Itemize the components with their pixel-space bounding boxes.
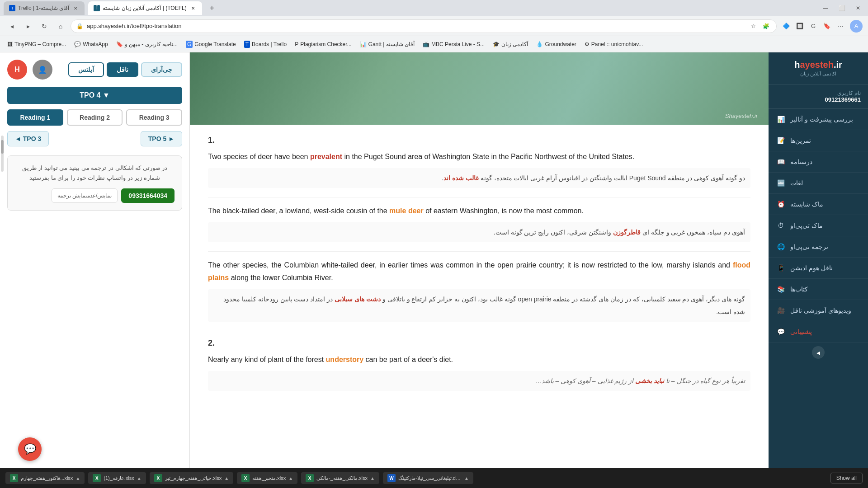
toggle-translation-button[interactable]: نمایش/عدمنمایش ترجمه — [52, 188, 118, 203]
para-1-english: Two species of deer have been prevalent … — [208, 150, 750, 164]
exercises-icon: 📝 — [776, 136, 786, 145]
collapse-sidebar-button[interactable]: ◂ — [812, 346, 825, 359]
tab-trello-label: Trello | آقای شایسته-1 — [18, 5, 69, 11]
menu-progress[interactable]: بررسی پیشرفت و آنالیز 📊 — [769, 109, 868, 130]
bookmark-mbc[interactable]: 📺 MBC Persia Live - S... — [419, 39, 488, 49]
bookmark-whatsapp[interactable]: 💬 WhatsApp — [71, 39, 111, 49]
minimize-button[interactable]: — — [819, 2, 832, 14]
maximize-button[interactable]: ⬜ — [835, 2, 848, 14]
phone-button[interactable]: 09331664034 — [121, 188, 175, 203]
videos-icon: 🎥 — [776, 305, 786, 315]
new-tab-button[interactable]: + — [206, 2, 218, 14]
home-logo-button[interactable]: H — [7, 60, 27, 80]
menu-vocabulary[interactable]: لغات 🔤 — [769, 173, 868, 194]
menu-videos-label: ویدیوهای آموزشی ناقل — [790, 307, 851, 314]
menu-lessons[interactable]: درسنامه 📖 — [769, 151, 868, 173]
forward-button[interactable]: ▸ — [22, 20, 34, 33]
home-button[interactable]: ⌂ — [54, 20, 67, 33]
support-icon: 💬 — [776, 327, 786, 337]
tpo-selector[interactable]: TPO 4 ▼ — [7, 87, 182, 104]
reading-tab-3-label: Reading 3 — [139, 114, 170, 121]
extensions-icon[interactable]: 🧩 — [761, 21, 771, 31]
para-2-english: Nearly any kind of plant of the forest u… — [208, 353, 750, 366]
sidebar-logo: hayesteh.ir اکادمی آنلاین زبان — [769, 52, 868, 84]
menu-translation[interactable]: ترجمه تی‌پی‌او 🌐 — [769, 236, 868, 258]
file-arrow-1: ▲ — [75, 476, 80, 481]
address-bar-icons: ☆ 🧩 — [748, 21, 771, 31]
jaiazi-button[interactable]: جی‌آرای — [141, 62, 182, 77]
para-1b-farsi: آهوی دم سیاه، همخون غربی و جلگه ای قاطرگ… — [208, 222, 750, 242]
next-tpo-button[interactable]: TPO 5 ► — [141, 131, 182, 146]
taskbar-file-5[interactable]: X مالکی_هفته_-مالکی.xlsx ▲ — [301, 472, 379, 484]
menu-support-label: پشتیبانی — [790, 328, 812, 335]
bookmark-groundwater[interactable]: 💧 Groundwater — [533, 39, 580, 49]
aylts-button[interactable]: آیلتس — [68, 62, 104, 77]
scroll-thumb[interactable] — [1, 140, 4, 154]
refresh-button[interactable]: ↻ — [38, 20, 51, 33]
bookmark-google-translate-icon: G — [186, 41, 193, 48]
taskbar-file-2[interactable]: X عارفه_(1).xlsx ▲ — [88, 472, 146, 484]
bookmark-trello-icon: T — [244, 41, 250, 48]
bookmark-trello[interactable]: T Boards | Trello — [241, 39, 291, 50]
taskbar-file-4[interactable]: X متحبر_هفته.xlsx ▲ — [237, 472, 297, 484]
file-name-3: حیاتی_هفته_چهارم_تیر.xlsx — [165, 475, 222, 481]
books-icon: 📚 — [776, 284, 786, 294]
ext-icon-3[interactable]: G — [807, 20, 819, 32]
menu-support[interactable]: پشتیبانی 💬 — [769, 321, 868, 343]
bookmark-gantt[interactable]: 📊 Gantt | آقای شایسته — [356, 39, 418, 49]
file-arrow-3: ▲ — [224, 476, 229, 481]
menu-lessons-label: درسنامه — [790, 158, 812, 165]
feedback-actions: 09331664034 نمایش/عدمنمایش ترجمه — [15, 188, 175, 203]
ext-icon-5[interactable]: ⋯ — [835, 20, 846, 32]
tab-shayesteh-label: آکادمی آنلاین زبان شایسته | (TOEFL) — [103, 5, 186, 11]
bookmark-google-translate[interactable]: G Google Translate — [182, 39, 240, 50]
back-button[interactable]: ◂ — [5, 20, 18, 33]
reading-tab-3[interactable]: Reading 3 — [126, 109, 182, 126]
menu-nafel[interactable]: ناقل هوم ادیشن 📱 — [769, 258, 868, 279]
ext-icon-4[interactable]: 🔖 — [821, 20, 833, 32]
profile-icon[interactable]: A — [850, 20, 863, 33]
show-all-button[interactable]: Show all — [830, 473, 863, 483]
tab-trello[interactable]: T Trello | آقای شایسته-1 ✕ — [4, 1, 85, 15]
main-area: H 👤 جی‌آرای ناقل آیلتس TPO 4 ▼ Reading 1… — [0, 52, 868, 488]
tab-shayesteh[interactable]: آ آکادمی آنلاین زبان شایسته | (TOEFL) ✕ — [88, 1, 202, 15]
menu-vocabulary-label: لغات — [790, 179, 803, 187]
prev-tpo-button[interactable]: ◄ TPO 3 — [7, 131, 49, 146]
menu-exercises[interactable]: تمرین‌ها 📝 — [769, 130, 868, 151]
bookmark-plagiarism[interactable]: P Plagiarism Checker... — [291, 39, 355, 49]
bookmark-tinypng[interactable]: 🖼 TinyPNG – Compre... — [4, 39, 70, 49]
chat-bubble-button[interactable]: 💬 — [18, 437, 42, 461]
bookmark-mbc-icon: 📺 — [423, 41, 429, 47]
divider-2 — [208, 251, 750, 252]
reading-tab-1[interactable]: Reading 1 — [7, 109, 63, 126]
bookmark-nahiye[interactable]: 🔖 ناحیه کاربری - میهن و... — [113, 39, 181, 49]
taskbar-file-3[interactable]: X حیاتی_هفته_چهارم_تیر.xlsx ▲ — [150, 472, 233, 484]
menu-mock-shayesteh[interactable]: ماک شایسته ⏰ — [769, 194, 868, 215]
bookmark-star-icon[interactable]: ☆ — [748, 21, 758, 31]
sidebar-menu: بررسی پیشرفت و آنالیز 📊 تمرین‌ها 📝 درسنا… — [769, 109, 868, 343]
bookmark-panel-icon: ⚙ — [585, 41, 590, 47]
reading-tab-2[interactable]: Reading 2 — [67, 109, 123, 126]
tab-trello-close[interactable]: ✕ — [72, 5, 79, 12]
bookmark-panel[interactable]: ⚙ Panel :: unicmohtav... — [581, 39, 647, 49]
bookmark-academy[interactable]: 🎓 آکادمی زبان — [489, 39, 532, 49]
highlight-ghalib: غالب شده اند — [443, 174, 479, 182]
taskbar-file-6[interactable]: W تبلیغاتی_سی_نیلا-مارکتینگ.docx ▲ — [383, 472, 473, 484]
menu-mock-tpo[interactable]: ماک تی‌پی‌او ⏱ — [769, 215, 868, 236]
bookmarks-bar: 🖼 TinyPNG – Compre... 💬 WhatsApp 🔖 ناحیه… — [0, 36, 868, 52]
nafel-button[interactable]: ناقل — [107, 62, 138, 77]
feedback-text: در صورتی که اشکالی در ترجمه می بینید می … — [15, 163, 175, 183]
ext-icon-2[interactable]: 🔲 — [794, 20, 806, 32]
file-name-2: عارفه_(1).xlsx — [104, 475, 134, 481]
close-button[interactable]: ✕ — [852, 2, 864, 14]
menu-books[interactable]: کتاب‌ها 📚 — [769, 279, 868, 300]
translation-icon: 🌐 — [776, 242, 786, 252]
ext-icon-1[interactable]: 🔷 — [780, 20, 792, 32]
reading-tab-1-label: Reading 1 — [20, 114, 50, 121]
user-avatar-button[interactable]: 👤 — [33, 60, 52, 80]
taskbar-file-1[interactable]: X فاکتور_هفته_چهارم...xlsx ▲ — [5, 472, 85, 484]
menu-videos[interactable]: ویدیوهای آموزشی ناقل 🎥 — [769, 300, 868, 321]
address-bar[interactable]: 🔒 app.shayesteh.ir/toefl/tpo-translation… — [71, 19, 777, 33]
file-name-4: متحبر_هفته.xlsx — [252, 475, 286, 481]
tab-shayesteh-close[interactable]: ✕ — [189, 5, 197, 12]
